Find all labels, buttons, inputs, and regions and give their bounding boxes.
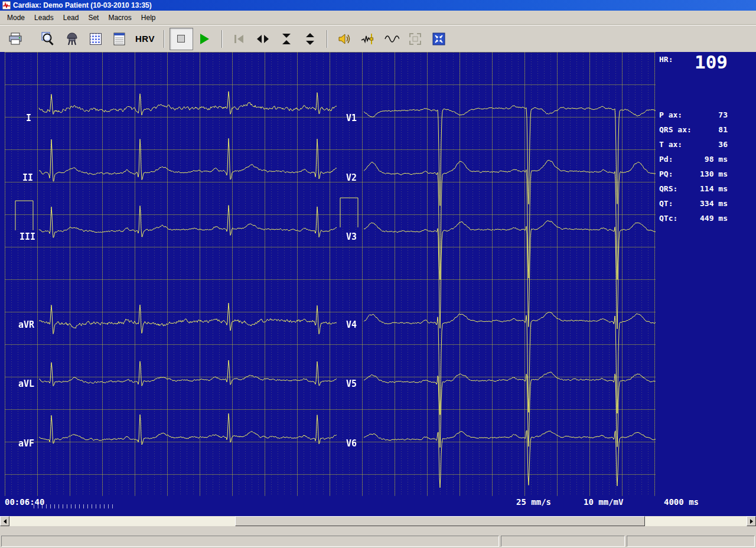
titlebar[interactable]: Cardiax: Demo Patient (10-03-2010 13:35) xyxy=(0,0,756,11)
measurement-value: 81 xyxy=(718,122,728,137)
wave-button[interactable] xyxy=(380,28,403,50)
caliper-button[interactable] xyxy=(356,28,380,50)
zoom-button[interactable] xyxy=(37,28,60,50)
menu-help[interactable]: Help xyxy=(136,12,161,24)
sound-button[interactable] xyxy=(333,28,356,50)
fullscreen-icon xyxy=(408,31,423,47)
measurement-label: QT: xyxy=(659,196,673,211)
ecg-grid-canvas[interactable] xyxy=(5,52,656,496)
scroll-right-button[interactable] xyxy=(747,516,756,526)
electrode-button[interactable] xyxy=(60,28,84,50)
horizontal-arrows-icon xyxy=(255,31,271,47)
toolbar-separator xyxy=(221,30,223,48)
compress-vertical-button[interactable] xyxy=(275,28,298,50)
window-strip xyxy=(0,526,756,534)
hr-value: 109 xyxy=(695,53,728,71)
heart-rate-row: HR: 109 xyxy=(659,53,728,74)
report-button[interactable] xyxy=(107,28,131,50)
menu-macros[interactable]: Macros xyxy=(103,12,136,24)
speed-label: 25 mm/s xyxy=(516,497,551,507)
stop-icon xyxy=(177,35,185,43)
measurement-label: T ax: xyxy=(659,137,682,152)
lead-label: V1 xyxy=(346,113,357,123)
window-title: Cardiax: Demo Patient (10-03-2010 13:35) xyxy=(13,1,152,9)
measurement-row: T ax:36 xyxy=(659,137,728,152)
hrv-button[interactable]: HRV xyxy=(131,28,159,50)
hr-label: HR: xyxy=(659,53,673,64)
gain-label: 10 mm/mV xyxy=(584,497,623,507)
electrode-icon xyxy=(64,31,80,47)
skip-start-button xyxy=(227,28,251,50)
lead-label: V6 xyxy=(346,439,357,448)
horizontal-scrollbar[interactable] xyxy=(0,516,756,526)
caliper-icon xyxy=(360,31,376,47)
expand-vertical-icon xyxy=(302,31,318,47)
measurement-label: QRS ax: xyxy=(659,122,692,137)
lead-label: V3 xyxy=(346,232,357,242)
lead-label: I xyxy=(26,113,31,123)
scroll-left-button[interactable] xyxy=(0,516,9,526)
measurement-row: QT:334 ms xyxy=(659,196,728,211)
time-ruler xyxy=(34,504,113,508)
measurement-label: PQ: xyxy=(659,167,673,181)
matrix-button[interactable] xyxy=(84,28,107,50)
measurement-row: PQ:130 ms xyxy=(659,167,728,181)
lead-label: V5 xyxy=(346,379,357,389)
lead-label: aVR xyxy=(18,320,34,330)
play-icon xyxy=(200,34,209,44)
status-panel xyxy=(1,536,499,547)
measurement-value: 449 ms xyxy=(700,211,728,226)
app-icon xyxy=(2,1,11,9)
measurement-value: 114 ms xyxy=(700,181,728,196)
status-panel xyxy=(501,536,625,547)
menu-mode[interactable]: Mode xyxy=(2,12,30,24)
window-length-label: 4000 ms xyxy=(664,497,699,507)
menubar: Mode Leads Lead Set Macros Help xyxy=(0,11,756,25)
measurement-label: P ax: xyxy=(659,107,682,122)
statusbar xyxy=(0,534,756,548)
menu-set[interactable]: Set xyxy=(83,12,103,24)
skip-to-start-icon xyxy=(232,31,247,47)
report-icon xyxy=(112,31,127,47)
pan-horizontal-button[interactable] xyxy=(251,28,275,50)
measurement-value: 73 xyxy=(718,107,728,122)
fit-view-icon xyxy=(431,31,447,47)
menu-leads[interactable]: Leads xyxy=(30,12,58,24)
speaker-icon xyxy=(337,31,352,47)
stop-button[interactable] xyxy=(170,28,193,50)
measurement-label: QTc: xyxy=(659,211,677,226)
measurement-value: 98 ms xyxy=(705,152,728,167)
expand-vertical-button[interactable] xyxy=(298,28,322,50)
lead-label: II xyxy=(22,173,33,182)
menu-lead[interactable]: Lead xyxy=(58,12,84,24)
measurement-row: QTc:449 ms xyxy=(659,211,728,226)
status-panel xyxy=(627,536,755,547)
magnifier-icon xyxy=(41,31,56,47)
cardiax-window: Cardiax: Demo Patient (10-03-2010 13:35)… xyxy=(0,0,756,548)
play-button[interactable] xyxy=(193,28,217,50)
measurement-label: QRS: xyxy=(659,181,677,196)
lead-label: III xyxy=(19,232,35,242)
printer-icon xyxy=(8,31,23,47)
fit-view-button[interactable] xyxy=(427,28,451,50)
toolbar: HRV xyxy=(0,25,756,52)
measurement-row: Pd:98 ms xyxy=(659,152,728,167)
lead-label: aVL xyxy=(18,379,34,389)
toolbar-separator xyxy=(164,30,165,48)
lead-label: aVF xyxy=(18,439,34,448)
measurement-row: QRS ax:81 xyxy=(659,122,728,137)
sine-wave-icon xyxy=(384,31,399,47)
toolbar-separator xyxy=(327,30,328,48)
measurement-label: Pd: xyxy=(659,152,673,167)
measurement-value: 36 xyxy=(718,137,728,152)
compress-vertical-icon xyxy=(279,31,294,47)
scrollbar-thumb[interactable] xyxy=(235,516,645,526)
lead-label: V4 xyxy=(346,320,357,330)
print-button[interactable] xyxy=(4,28,27,50)
dot-matrix-icon xyxy=(90,33,102,45)
fullscreen-button xyxy=(403,28,427,50)
measurement-value: 130 ms xyxy=(700,167,728,181)
measurement-panel: HR: 109 P ax:73 QRS ax:81 T ax:36 Pd:98 … xyxy=(659,53,728,226)
measurement-row: QRS:114 ms xyxy=(659,181,728,196)
lead-label: V2 xyxy=(346,173,357,182)
